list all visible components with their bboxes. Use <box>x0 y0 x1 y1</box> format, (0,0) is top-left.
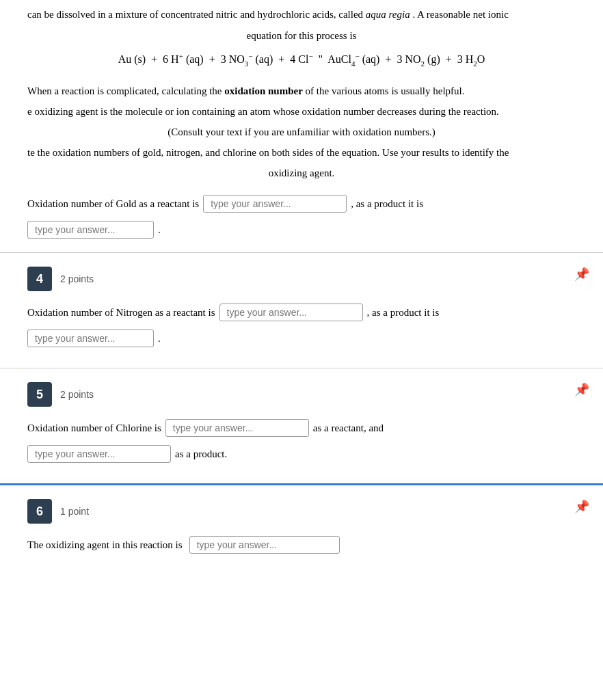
instruction-text: te the oxidation numbers of gold, nitrog… <box>27 144 576 161</box>
q5-pin-icon[interactable]: 📌 <box>574 382 589 397</box>
q4-separator: , as a product it is <box>367 304 440 322</box>
oxidation-number-bold: oxidation number <box>224 85 303 96</box>
q4-header: 4 2 points <box>27 267 576 291</box>
equation-title: equation for this process is <box>27 28 576 44</box>
q3-row2: . <box>27 221 576 239</box>
instruction-part1: te the oxidation numbers of gold, nitrog… <box>27 147 509 158</box>
aqua-regia-text: aqua regia <box>366 9 410 20</box>
instruction-text-2: oxidizing agent. <box>27 165 576 181</box>
q6-pin-icon[interactable]: 📌 <box>574 499 589 514</box>
q3-reactant-input[interactable] <box>203 195 347 213</box>
q4-number: 4 <box>27 267 52 291</box>
q3-period: . <box>158 221 161 239</box>
question-6-block: 6 1 point 📌 The oxidizing agent in this … <box>0 485 603 574</box>
q4-row1: Oxidation number of Nitrogen as a reacta… <box>27 304 576 321</box>
info-text-2: e oxidizing agent is the molecule or ion… <box>27 103 576 120</box>
question-5-block: 5 2 points 📌 Oxidation number of Chlorin… <box>0 368 603 483</box>
q5-points: 2 points <box>60 389 94 400</box>
q4-content: Oxidation number of Nitrogen as a reacta… <box>27 304 576 347</box>
q5-reactant-input[interactable] <box>165 419 309 437</box>
q5-separator: as a reactant, and <box>313 420 384 438</box>
chemical-equation: Au (s) + 6 H+ (aq) + 3 NO3− (aq) + 4 Cl−… <box>27 50 576 70</box>
info1b-text: of the various atoms is usually helpful. <box>306 85 465 96</box>
q6-number: 6 <box>27 499 52 524</box>
question-3-inline: Oxidation number of Gold as a reactant i… <box>27 195 576 239</box>
q5-row1: Oxidation number of Chlorine is as a rea… <box>27 419 576 437</box>
info-text-1: When a reaction is complicated, calculat… <box>27 83 576 99</box>
q5-label: Oxidation number of Chlorine is <box>27 420 161 438</box>
intro-text: can be dissolved in a mixture of concent… <box>27 7 576 23</box>
q5-product-input[interactable] <box>27 445 171 463</box>
info-text-3: (Consult your text if you are unfamiliar… <box>27 124 576 140</box>
q3-product-input[interactable] <box>27 221 154 239</box>
q5-number: 5 <box>27 382 52 407</box>
equation-label: equation for this process is <box>247 30 357 41</box>
q5-header: 5 2 points <box>27 382 576 407</box>
q5-row2: as a product. <box>27 445 576 463</box>
q4-label: Oxidation number of Nitrogen as a reacta… <box>27 304 215 322</box>
q4-pin-icon[interactable]: 📌 <box>574 267 589 282</box>
q6-points: 1 point <box>60 506 89 517</box>
q4-row2: . <box>27 329 576 347</box>
q6-answer-input[interactable] <box>189 536 340 554</box>
top-section: can be dissolved in a mixture of concent… <box>0 0 603 252</box>
intro-text-part1: can be dissolved in a mixture of concent… <box>27 9 363 20</box>
intro-text-part2: . A reasonable net ionic <box>412 9 508 20</box>
q5-period: as a product. <box>175 446 227 463</box>
q6-header: 6 1 point <box>27 499 576 524</box>
q6-content: The oxidizing agent in this reaction is <box>27 536 576 554</box>
q5-content: Oxidation number of Chlorine is as a rea… <box>27 419 576 463</box>
q4-period: . <box>158 330 161 348</box>
q4-points: 2 points <box>60 273 94 284</box>
question-4-block: 4 2 points 📌 Oxidation number of Nitroge… <box>0 252 603 368</box>
q4-product-input[interactable] <box>27 329 154 347</box>
q6-label: The oxidizing agent in this reaction is <box>27 539 183 551</box>
q3-separator: , as a product it is <box>351 196 423 213</box>
info1-text: When a reaction is complicated, calculat… <box>27 85 222 96</box>
q4-reactant-input[interactable] <box>219 304 363 321</box>
q3-label: Oxidation number of Gold as a reactant i… <box>27 196 199 213</box>
q3-row1: Oxidation number of Gold as a reactant i… <box>27 195 576 213</box>
